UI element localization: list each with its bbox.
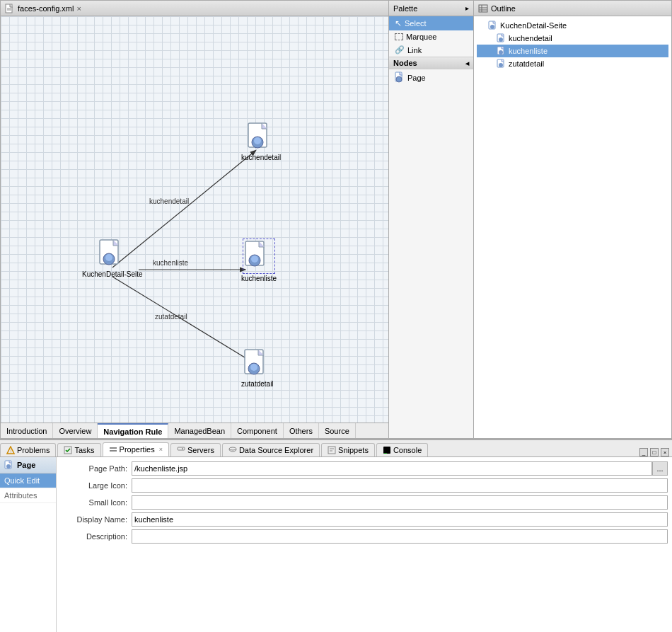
svg-point-19	[396, 76, 402, 82]
properties-attributes[interactable]: Attributes	[0, 488, 56, 503]
canvas-svg: kuchendetail kuchenliste zutatdetail	[1, 16, 388, 423]
input-display-name[interactable]	[132, 512, 668, 527]
properties-left-panel: Page Quick Edit Attributes	[0, 457, 57, 632]
outline-item-kuchendetail-seite[interactable]: KuchenDetail-Seite	[477, 19, 668, 32]
nodes-collapse-icon: ◂	[465, 59, 469, 67]
tab-problems-label: Problems	[17, 446, 50, 454]
close-bottom-btn[interactable]: ×	[661, 448, 669, 456]
properties-icon	[109, 445, 117, 454]
tab-servers[interactable]: Servers	[170, 443, 221, 456]
palette-item-select[interactable]: ↖ Select	[389, 16, 473, 30]
label-large-icon: Large Icon:	[61, 481, 132, 490]
conn-label-1: kuchendetail	[149, 197, 189, 205]
input-large-icon[interactable]	[132, 478, 668, 493]
svg-rect-37	[178, 447, 185, 450]
console-icon: _	[383, 446, 391, 454]
palette-link-label: Link	[407, 46, 422, 54]
palette-item-marquee[interactable]: Marquee	[389, 30, 473, 43]
tab-tasks-label: Tasks	[74, 446, 94, 454]
outline-label-zutatdetail: zutatdetail	[509, 59, 544, 68]
tab-console[interactable]: _ Console	[376, 443, 428, 456]
snippet-icon	[328, 446, 336, 454]
palette-item-page[interactable]: Page	[389, 69, 473, 86]
svg-point-8	[105, 254, 112, 261]
svg-point-27	[499, 38, 503, 42]
browse-page-path-btn[interactable]: ...	[652, 461, 668, 476]
node-icon-wrap	[99, 239, 126, 269]
input-small-icon[interactable]	[132, 495, 668, 510]
tab-component[interactable]: Component	[231, 423, 284, 438]
tab-properties[interactable]: Properties ×	[103, 442, 169, 456]
node-kuchendetail[interactable]: kuchendetail	[241, 122, 281, 161]
outline-tree: KuchenDetail-Seite kuchendetail kuchenli…	[474, 16, 671, 73]
conn-label-2: kuchenliste	[153, 259, 188, 267]
input-page-path[interactable]	[132, 461, 652, 476]
properties-page-title: Page	[17, 461, 35, 469]
svg-text:_: _	[383, 448, 387, 454]
page-icon-palette	[395, 71, 405, 84]
maximize-bottom-btn[interactable]: □	[650, 448, 659, 456]
tab-navigation-rule[interactable]: Navigation Rule	[98, 423, 168, 438]
node-zutatdetail[interactable]: zutatdetail	[241, 349, 274, 388]
properties-quick-edit[interactable]: Quick Edit	[0, 473, 56, 488]
page-tree-icon-2	[497, 33, 506, 43]
svg-rect-20	[479, 5, 487, 12]
conn-label-3: zutatdetail	[155, 313, 187, 321]
node-kuchenliste[interactable]: kuchenliste	[241, 239, 277, 282]
input-description[interactable]	[132, 529, 668, 544]
outline-header: Outline	[474, 1, 671, 16]
outline-item-zutatdetail[interactable]: zutatdetail	[477, 57, 668, 70]
tab-others[interactable]: Others	[284, 423, 319, 438]
tab-managedbean[interactable]: ManagedBean	[168, 423, 231, 438]
palette-expand-icon[interactable]: ▸	[465, 4, 469, 12]
label-small-icon: Small Icon:	[61, 498, 132, 507]
editor-close-icon[interactable]: ×	[76, 4, 81, 13]
bottom-content: Page Quick Edit Attributes Page Path: ..…	[0, 457, 672, 632]
tab-introduction[interactable]: Introduction	[1, 423, 53, 438]
svg-point-46	[6, 464, 11, 469]
tab-datasource-label: Data Source Explorer	[239, 446, 313, 454]
tab-servers-label: Servers	[187, 446, 214, 454]
node-label-kuchendetail: kuchendetail	[241, 154, 281, 161]
marquee-icon	[395, 33, 403, 40]
outline-item-kuchendetail[interactable]: kuchendetail	[477, 32, 668, 45]
minimize-bottom-btn[interactable]: _	[639, 448, 648, 456]
bottom-area: ! Problems Tasks Properties × Servers	[0, 439, 672, 632]
nodes-section-label: Nodes	[393, 59, 417, 67]
svg-point-14	[251, 255, 258, 263]
page-tree-icon	[488, 21, 498, 30]
field-large-icon: Large Icon:	[61, 478, 668, 493]
svg-line-5	[112, 277, 254, 363]
palette-nodes-header[interactable]: Nodes ◂	[389, 57, 473, 69]
palette-panel: Palette ▸ ↖ Select Marquee 🔗 Link Nodes …	[389, 0, 474, 439]
palette-select-label: Select	[405, 19, 427, 28]
field-page-path: Page Path: ...	[61, 461, 668, 476]
tab-snippets-label: Snippets	[338, 446, 369, 454]
outline-label-kuchendetail-seite: KuchenDetail-Seite	[500, 21, 567, 30]
tab-tasks[interactable]: Tasks	[57, 443, 100, 456]
editor-title: faces-config.xml	[18, 4, 74, 13]
tab-source[interactable]: Source	[319, 423, 356, 438]
tab-datasource[interactable]: Data Source Explorer	[222, 443, 320, 456]
cursor-icon: ↖	[395, 18, 402, 28]
outline-title: Outline	[491, 4, 516, 13]
svg-point-39	[229, 447, 236, 450]
file-icon	[5, 4, 15, 13]
label-display-name: Display Name:	[61, 515, 132, 524]
canvas-area[interactable]: kuchendetail kuchenliste zutatdetail	[1, 16, 388, 423]
properties-close-icon[interactable]: ×	[159, 446, 163, 453]
tab-snippets[interactable]: Snippets	[321, 443, 375, 456]
field-display-name: Display Name:	[61, 512, 668, 527]
palette-item-link[interactable]: 🔗 Link	[389, 43, 473, 57]
page-header-icon	[4, 460, 14, 470]
svg-rect-40	[328, 447, 335, 454]
node-kuchendetail-seite[interactable]: KuchenDetail-Seite	[82, 239, 143, 278]
svg-rect-35	[110, 447, 117, 449]
outline-item-kuchenliste[interactable]: kuchenliste	[477, 45, 668, 57]
svg-point-29	[499, 50, 503, 54]
page-tree-icon-3	[497, 46, 506, 56]
svg-point-25	[490, 25, 494, 29]
tab-problems[interactable]: ! Problems	[0, 443, 56, 456]
tab-overview[interactable]: Overview	[53, 423, 98, 438]
svg-point-31	[499, 63, 503, 67]
